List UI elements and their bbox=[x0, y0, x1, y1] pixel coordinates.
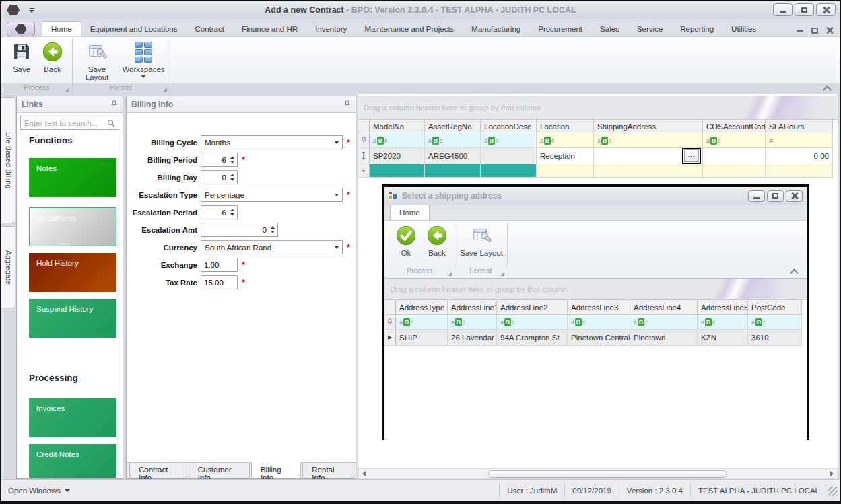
scroll-right-icon[interactable] bbox=[827, 469, 837, 478]
column-header-assetregno[interactable]: AssetRegNo bbox=[425, 120, 481, 133]
ribbon-tab-procurement[interactable]: Procurement bbox=[529, 22, 591, 36]
pin-icon[interactable] bbox=[110, 100, 118, 108]
spin-up-icon[interactable] bbox=[230, 209, 234, 211]
format-dialog-launcher-icon[interactable] bbox=[163, 87, 167, 92]
escalation-type-select[interactable]: Percentage bbox=[201, 188, 343, 202]
spin-down-icon[interactable] bbox=[230, 178, 234, 181]
filter-cell-assetregno[interactable]: aBc bbox=[425, 133, 481, 148]
tab-contract-info[interactable]: Contract Info bbox=[129, 463, 187, 478]
cell-addressline5[interactable]: KZN bbox=[698, 330, 748, 346]
filter-cell-addressline4[interactable]: aBc bbox=[630, 315, 698, 330]
abc-filter-icon[interactable]: aBc bbox=[399, 318, 414, 326]
new-cell-slahours[interactable] bbox=[766, 164, 833, 178]
exchange-input[interactable] bbox=[201, 258, 238, 272]
abc-filter-icon[interactable]: aBc bbox=[373, 137, 388, 145]
pin-icon[interactable] bbox=[343, 100, 351, 108]
cell-locationdesc[interactable] bbox=[481, 148, 537, 164]
column-header-addressline5[interactable]: AddressLine5 bbox=[698, 300, 748, 315]
tab-customer-info[interactable]: Customer Info bbox=[189, 463, 250, 478]
cell-addressline4[interactable]: Pinetown bbox=[630, 330, 698, 346]
column-header-addressline3[interactable]: AddressLine3 bbox=[568, 300, 630, 315]
ok-button[interactable]: Ok bbox=[389, 224, 424, 257]
column-header-addresstype[interactable]: AddressType bbox=[396, 300, 448, 315]
address-row[interactable]: ▶ SHIP 26 Lavendar 94A Crompton St Pinet… bbox=[384, 330, 807, 346]
abc-filter-icon[interactable]: aBc bbox=[751, 318, 766, 326]
workspaces-button[interactable]: Workspaces bbox=[121, 40, 166, 78]
cell-shippingaddress[interactable]: ... bbox=[594, 148, 703, 164]
cell-assetregno[interactable]: AREG4500 bbox=[425, 148, 481, 164]
ribbon-tab-contract[interactable]: Contract bbox=[186, 22, 232, 36]
ribbon-tab-manufacturing[interactable]: Manufacturing bbox=[463, 22, 529, 36]
spin-up-icon[interactable] bbox=[271, 226, 275, 229]
side-tab-aggregate[interactable]: Aggregate bbox=[1, 226, 15, 308]
column-header-slahours[interactable]: SLAHours bbox=[766, 120, 833, 133]
process-dialog-launcher-icon[interactable] bbox=[65, 87, 69, 92]
abc-filter-icon[interactable]: aBc bbox=[706, 137, 721, 145]
abc-filter-icon[interactable]: aBc bbox=[428, 137, 443, 145]
ribbon-tab-home[interactable]: Home bbox=[42, 21, 81, 36]
save-button[interactable]: Save bbox=[4, 40, 39, 73]
hold-history-button[interactable]: Hold History bbox=[29, 253, 116, 292]
filter-cell-addressline3[interactable]: aBc bbox=[568, 315, 630, 330]
group-by-bar[interactable]: Drag a column header here to group by th… bbox=[358, 96, 838, 120]
abc-filter-icon[interactable]: aBc bbox=[484, 137, 499, 145]
dialog-close-button[interactable] bbox=[786, 190, 803, 202]
group-by-bar[interactable]: Drag a column header here to group by th… bbox=[384, 279, 807, 300]
cell-location[interactable]: Reception bbox=[537, 148, 594, 164]
new-cell-location[interactable] bbox=[537, 164, 594, 178]
new-cell-modelno[interactable] bbox=[370, 164, 425, 178]
mdi-restore-icon[interactable] bbox=[811, 28, 818, 34]
cell-addressline1[interactable]: 26 Lavendar bbox=[448, 330, 497, 346]
collapse-ribbon-icon[interactable] bbox=[823, 85, 830, 92]
filter-cell-addressline2[interactable]: aBc bbox=[497, 315, 568, 330]
abc-filter-icon[interactable]: aBc bbox=[701, 318, 716, 326]
mdi-close-icon[interactable] bbox=[826, 27, 833, 34]
cell-addressline3[interactable]: Pinetown Central bbox=[568, 330, 630, 346]
ribbon-tab-equipment-and-locations[interactable]: Equipment and Locations bbox=[81, 22, 187, 36]
ribbon-tab-service[interactable]: Service bbox=[628, 22, 671, 36]
suspend-history-button[interactable]: Suspend History bbox=[29, 299, 116, 338]
column-header-addressline4[interactable]: AddressLine4 bbox=[630, 300, 698, 315]
abc-filter-icon[interactable]: aBc bbox=[500, 318, 515, 326]
billing-day-input[interactable] bbox=[201, 170, 238, 184]
spin-up-icon[interactable] bbox=[230, 156, 234, 159]
save-layout-button[interactable]: Save Layout bbox=[77, 40, 117, 81]
cell-postcode[interactable]: 3610 bbox=[748, 330, 802, 346]
back-button[interactable]: Back bbox=[35, 40, 70, 73]
column-header-shippingaddress[interactable]: ShippingAddress bbox=[594, 120, 703, 133]
abc-filter-icon[interactable]: aBc bbox=[571, 318, 586, 326]
quick-access-dropdown[interactable] bbox=[29, 8, 34, 13]
collapse-ribbon-icon[interactable] bbox=[790, 268, 797, 275]
spin-down-icon[interactable] bbox=[230, 161, 234, 164]
spin-down-icon[interactable] bbox=[271, 231, 275, 233]
documents-button[interactable]: Documents bbox=[29, 207, 116, 246]
minimize-button[interactable] bbox=[773, 3, 793, 16]
side-tab-life-based-billing[interactable]: Life Based Billing bbox=[1, 97, 15, 223]
resize-grip[interactable] bbox=[828, 487, 838, 496]
column-header-location[interactable]: Location bbox=[537, 120, 594, 133]
credit-notes-button[interactable]: Credit Notes bbox=[29, 444, 116, 478]
escalation-period-input[interactable] bbox=[201, 205, 238, 219]
abc-filter-icon[interactable]: aBc bbox=[634, 318, 648, 326]
column-header-postcode[interactable]: PostCode bbox=[748, 300, 802, 315]
ribbon-tab-reporting[interactable]: Reporting bbox=[671, 22, 722, 36]
open-windows-dropdown[interactable]: Open Windows bbox=[1, 487, 77, 495]
new-cell-shippingaddress[interactable] bbox=[594, 164, 703, 178]
spin-up-icon[interactable] bbox=[230, 174, 234, 176]
search-icon[interactable] bbox=[107, 119, 115, 127]
ribbon-tab-maintenance-and-projects[interactable]: Maintenance and Projects bbox=[356, 22, 463, 36]
cell-slahours[interactable]: 0.00 bbox=[766, 148, 833, 164]
search-input[interactable] bbox=[24, 119, 107, 127]
tab-rental-info[interactable]: Rental Info bbox=[302, 463, 354, 478]
content-horizontal-scrollbar[interactable] bbox=[358, 468, 838, 479]
ribbon-tab-finance-and-hr[interactable]: Finance and HR bbox=[233, 22, 306, 36]
filter-cell-addressline5[interactable]: aBc bbox=[698, 315, 748, 330]
spin-down-icon[interactable] bbox=[230, 213, 234, 216]
dialog-save-layout-button[interactable]: Save Layout bbox=[460, 224, 503, 257]
currency-select[interactable]: South African Rand bbox=[201, 240, 343, 254]
close-button[interactable] bbox=[816, 3, 836, 16]
filter-cell-location[interactable]: aBc bbox=[537, 133, 594, 148]
escalation-amt-input[interactable] bbox=[201, 223, 278, 237]
equipment-row[interactable]: I SP2020 AREG4500 Reception ... 0.00 bbox=[358, 148, 838, 164]
new-cell-assetregno[interactable] bbox=[425, 164, 481, 178]
